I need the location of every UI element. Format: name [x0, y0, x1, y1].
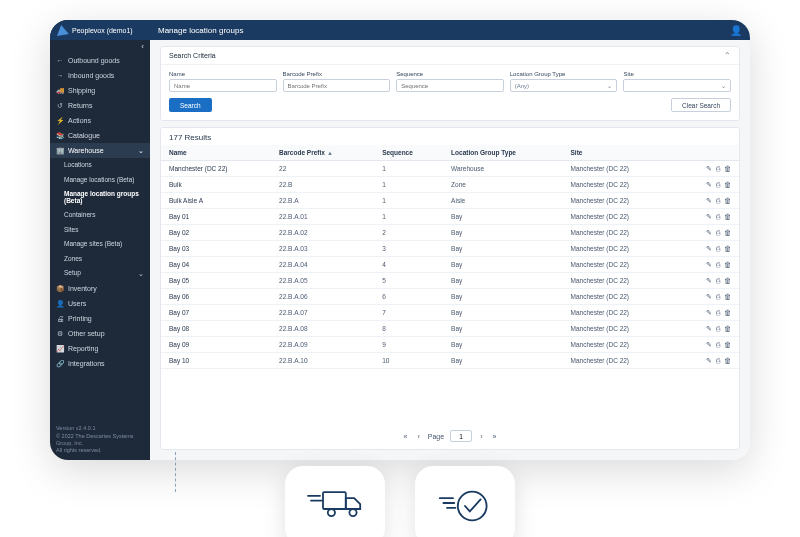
sidebar-item-actions[interactable]: ⚡Actions: [50, 113, 150, 128]
sidebar-sub-setup[interactable]: Setup⌄: [50, 266, 150, 281]
edit-icon[interactable]: ✎: [706, 213, 712, 220]
type-select[interactable]: (Any) ⌄: [510, 79, 618, 92]
edit-icon[interactable]: ✎: [706, 277, 712, 284]
print-icon[interactable]: ⎙: [716, 293, 720, 300]
print-icon[interactable]: ⎙: [716, 165, 720, 172]
print-icon[interactable]: ⎙: [716, 277, 720, 284]
sidebar-sub-zones[interactable]: Zones: [50, 252, 150, 267]
sidebar-item-users[interactable]: 👤Users: [50, 296, 150, 311]
pager-next-icon[interactable]: ›: [478, 433, 484, 440]
table-row[interactable]: Bay 0122.B.A.011BayManchester (DC 22)✎⎙🗑: [161, 209, 739, 225]
delete-icon[interactable]: 🗑: [724, 277, 731, 284]
name-input[interactable]: [169, 79, 277, 92]
results-table: Name Barcode Prefix▲ Sequence Location G…: [161, 145, 739, 369]
search-button[interactable]: Search: [169, 98, 212, 112]
edit-icon[interactable]: ✎: [706, 181, 712, 188]
sidebar-sub-manage-locations-beta-[interactable]: Manage locations (Beta): [50, 173, 150, 188]
table-row[interactable]: Bulk Aisle A22.B.A1AisleManchester (DC 2…: [161, 193, 739, 209]
delete-icon[interactable]: 🗑: [724, 293, 731, 300]
print-icon[interactable]: ⎙: [716, 325, 720, 332]
sidebar-sub-manage-sites-beta-[interactable]: Manage sites (Beta): [50, 237, 150, 252]
col-sequence[interactable]: Sequence: [374, 145, 443, 161]
barcode-input[interactable]: [283, 79, 391, 92]
sidebar-item-other-setup[interactable]: ⚙Other setup: [50, 326, 150, 341]
edit-icon[interactable]: ✎: [706, 357, 712, 364]
sidebar-sub-locations[interactable]: Locations: [50, 158, 150, 173]
delete-icon[interactable]: 🗑: [724, 245, 731, 252]
table-row[interactable]: Bay 0622.B.A.066BayManchester (DC 22)✎⎙🗑: [161, 289, 739, 305]
col-name[interactable]: Name: [161, 145, 271, 161]
edit-icon[interactable]: ✎: [706, 309, 712, 316]
sequence-input[interactable]: [396, 79, 504, 92]
edit-icon[interactable]: ✎: [706, 245, 712, 252]
delete-icon[interactable]: 🗑: [724, 261, 731, 268]
print-icon[interactable]: ⎙: [716, 197, 720, 204]
cell-barcode: 22.B.A.10: [271, 353, 374, 369]
pager-last-icon[interactable]: »: [491, 433, 499, 440]
delete-icon[interactable]: 🗑: [724, 341, 731, 348]
collapse-panel-icon[interactable]: ⌃: [724, 51, 731, 60]
edit-icon[interactable]: ✎: [706, 165, 712, 172]
print-icon[interactable]: ⎙: [716, 229, 720, 236]
cell-site: Manchester (DC 22): [563, 193, 673, 209]
sidebar-item-printing[interactable]: 🖨Printing: [50, 311, 150, 326]
clear-search-button[interactable]: Clear Search: [671, 98, 731, 112]
col-type[interactable]: Location Group Type: [443, 145, 562, 161]
delete-icon[interactable]: 🗑: [724, 165, 731, 172]
sidebar-item-shipping[interactable]: 🚚Shipping: [50, 83, 150, 98]
edit-icon[interactable]: ✎: [706, 325, 712, 332]
col-site[interactable]: Site: [563, 145, 673, 161]
sidebar-sub-containers[interactable]: Containers: [50, 208, 150, 223]
table-row[interactable]: Bay 0222.B.A.022BayManchester (DC 22)✎⎙🗑: [161, 225, 739, 241]
edit-icon[interactable]: ✎: [706, 229, 712, 236]
print-icon[interactable]: ⎙: [716, 245, 720, 252]
print-icon[interactable]: ⎙: [716, 341, 720, 348]
table-row[interactable]: Bay 0422.B.A.044BayManchester (DC 22)✎⎙🗑: [161, 257, 739, 273]
table-row[interactable]: Bay 0722.B.A.077BayManchester (DC 22)✎⎙🗑: [161, 305, 739, 321]
sidebar-sub-sites[interactable]: Sites: [50, 223, 150, 238]
svg-point-3: [328, 509, 335, 516]
sidebar-item-inbound-goods[interactable]: →Inbound goods: [50, 68, 150, 83]
col-barcode[interactable]: Barcode Prefix▲: [271, 145, 374, 161]
print-icon[interactable]: ⎙: [716, 213, 720, 220]
edit-icon[interactable]: ✎: [706, 341, 712, 348]
user-icon[interactable]: 👤: [730, 25, 742, 36]
print-icon[interactable]: ⎙: [716, 181, 720, 188]
table-row[interactable]: Bay 0522.B.A.055BayManchester (DC 22)✎⎙🗑: [161, 273, 739, 289]
pager-first-icon[interactable]: «: [402, 433, 410, 440]
delete-icon[interactable]: 🗑: [724, 309, 731, 316]
sidebar-sub-manage-location-groups-beta-[interactable]: Manage location groups (Beta): [50, 187, 150, 208]
table-row[interactable]: Manchester (DC 22)221WarehouseManchester…: [161, 161, 739, 177]
site-select[interactable]: ⌄: [623, 79, 731, 92]
pager-page-input[interactable]: [450, 430, 472, 442]
edit-icon[interactable]: ✎: [706, 261, 712, 268]
table-row[interactable]: Bay 1022.B.A.1010BayManchester (DC 22)✎⎙…: [161, 353, 739, 369]
sidebar-item-inventory[interactable]: 📦Inventory: [50, 281, 150, 296]
print-icon[interactable]: ⎙: [716, 309, 720, 316]
edit-icon[interactable]: ✎: [706, 293, 712, 300]
delete-icon[interactable]: 🗑: [724, 213, 731, 220]
delete-icon[interactable]: 🗑: [724, 357, 731, 364]
edit-icon[interactable]: ✎: [706, 197, 712, 204]
sidebar-item-catalogue[interactable]: 📚Catalogue: [50, 128, 150, 143]
print-icon[interactable]: ⎙: [716, 357, 720, 364]
topbar: Manage location groups 👤: [150, 20, 750, 40]
collapse-sidebar-icon[interactable]: ‹: [141, 42, 144, 51]
sidebar-item-outbound-goods[interactable]: ←Outbound goods: [50, 53, 150, 68]
table-row[interactable]: Bay 0822.B.A.088BayManchester (DC 22)✎⎙🗑: [161, 321, 739, 337]
table-row[interactable]: Bay 0922.B.A.099BayManchester (DC 22)✎⎙🗑: [161, 337, 739, 353]
delete-icon[interactable]: 🗑: [724, 325, 731, 332]
brand-bar: Peoplevox (demo1): [50, 20, 150, 40]
table-row[interactable]: Bay 0322.B.A.033BayManchester (DC 22)✎⎙🗑: [161, 241, 739, 257]
sidebar-item-reporting[interactable]: 📈Reporting: [50, 341, 150, 356]
table-row[interactable]: Bulk22.B1ZoneManchester (DC 22)✎⎙🗑: [161, 177, 739, 193]
sidebar-item-returns[interactable]: ↺Returns: [50, 98, 150, 113]
print-icon[interactable]: ⎙: [716, 261, 720, 268]
delete-icon[interactable]: 🗑: [724, 229, 731, 236]
sidebar-item-integrations[interactable]: 🔗Integrations: [50, 356, 150, 371]
sidebar-item-label: Manage locations (Beta): [64, 177, 134, 184]
pager-prev-icon[interactable]: ‹: [415, 433, 421, 440]
delete-icon[interactable]: 🗑: [724, 197, 731, 204]
sidebar-item-warehouse[interactable]: 🏢Warehouse⌄: [50, 143, 150, 158]
delete-icon[interactable]: 🗑: [724, 181, 731, 188]
